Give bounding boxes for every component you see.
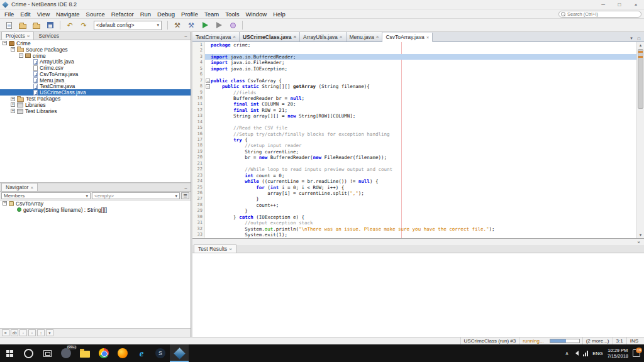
code-line[interactable]: 3import java.io.BufferedReader;	[192, 54, 644, 60]
code-line[interactable]: 5import java.io.IOException;	[192, 66, 644, 72]
code-line[interactable]: 23 int count = 0;	[192, 173, 644, 178]
editor-tab-uscrimeclass-java[interactable]: USCrimeClass.java×	[240, 32, 300, 41]
editor-tab-testcrime-java[interactable]: TestCrime.java×	[192, 32, 240, 41]
cortana-search-button[interactable]	[19, 344, 38, 362]
taskbar-app-badged-button[interactable]: (99+)	[57, 344, 75, 362]
navigator-filter-combo[interactable]: <empty> ▾	[92, 192, 180, 199]
code-line[interactable]: 21	[192, 161, 644, 167]
code-line[interactable]: 24 while ((currentLine = br.readLine()) …	[192, 178, 644, 184]
code-line[interactable]: 27 }	[192, 196, 644, 202]
editor-scrollbar[interactable]: ▲ ▼	[636, 42, 644, 238]
collapse-icon[interactable]: −	[19, 53, 23, 58]
close-icon[interactable]: ×	[233, 34, 236, 40]
code-line[interactable]: 1package crime;	[192, 42, 644, 48]
fold-collapse-icon[interactable]: −	[206, 84, 210, 89]
menu-tools[interactable]: Tools	[222, 9, 242, 18]
close-icon[interactable]: ×	[635, 239, 642, 245]
menu-team[interactable]: Team	[201, 9, 222, 18]
clock[interactable]: 10:29 PM 7/15/2018	[608, 348, 628, 359]
open-project-button[interactable]	[30, 19, 43, 31]
clean-build-project-button[interactable]: ⚒	[185, 19, 197, 31]
code-editor[interactable]: 1package crime;23import java.io.Buffered…	[192, 42, 644, 238]
taskbar-netbeans-button[interactable]	[170, 344, 189, 362]
code-line[interactable]: 16 //Setup try/catch/finally blocks for …	[192, 131, 644, 137]
close-button[interactable]: ×	[628, 0, 644, 9]
editor-tab-menu-java[interactable]: Menu.java×	[347, 32, 383, 41]
search-input[interactable]	[567, 11, 639, 17]
editor-tab-arrayutils-java[interactable]: ArrayUtils.java×	[300, 32, 346, 41]
tray-expand-icon[interactable]: ∧	[565, 351, 569, 356]
code-line[interactable]: 28 count++;	[192, 202, 644, 208]
code-line[interactable]: 8− public static String[][] getArray (St…	[192, 84, 644, 89]
code-line[interactable]: 12 final int ROW = 21;	[192, 107, 644, 113]
menu-navigate[interactable]: Navigate	[53, 9, 83, 18]
status-more-processes[interactable]: (2 more...)	[582, 337, 613, 344]
debug-project-button[interactable]	[213, 19, 225, 31]
expand-icon[interactable]: +	[11, 102, 15, 107]
code-line[interactable]: 31 //output exception stack	[192, 220, 644, 226]
code-line[interactable]: 14	[192, 119, 644, 125]
menu-edit[interactable]: Edit	[17, 9, 33, 18]
project-tree-item[interactable]: −Crime	[0, 40, 191, 47]
close-icon[interactable]: ×	[229, 246, 232, 252]
redo-button[interactable]: ↷	[77, 19, 90, 31]
menu-run[interactable]: Run	[137, 9, 154, 18]
project-tree-item[interactable]: +Test Packages	[0, 96, 191, 102]
language-indicator[interactable]: ENG	[592, 351, 602, 356]
navigator-sort-alpha-icon[interactable]: ≡	[2, 329, 9, 336]
undo-button[interactable]: ↶	[64, 19, 76, 31]
members-combo[interactable]: Members ▾	[1, 192, 91, 199]
volume-icon[interactable]	[573, 351, 579, 356]
scrollbar-thumb[interactable]	[638, 49, 643, 109]
code-line[interactable]: 25 for (int i = 0; i < ROW; i++) {	[192, 185, 644, 190]
expand-icon[interactable]: +	[11, 109, 15, 113]
code-line[interactable]: 18 //setup input reader	[192, 143, 644, 148]
fold-collapse-icon[interactable]: −	[206, 79, 210, 83]
editor-tab-csvtoarray-java[interactable]: CsvToArray.java×	[382, 33, 433, 42]
project-tree-item[interactable]: Menu.java	[0, 77, 191, 84]
minimize-panel-icon[interactable]: −	[182, 185, 189, 191]
close-icon[interactable]: ×	[293, 34, 296, 40]
menu-profile[interactable]: Profile	[178, 9, 201, 18]
code-line[interactable]: 13 String array[][] = new String[ROW][CO…	[192, 113, 644, 119]
menu-view[interactable]: View	[34, 9, 53, 18]
code-line[interactable]: 4import java.io.FileReader;	[192, 60, 644, 65]
scroll-up-icon[interactable]: ▲	[637, 42, 644, 48]
minimize-panel-icon[interactable]: −	[182, 34, 189, 40]
tab-projects[interactable]: Projects ×	[1, 31, 34, 40]
quick-search[interactable]	[558, 11, 641, 18]
code-line[interactable]: 19 String currentLine;	[192, 149, 644, 155]
collapse-icon[interactable]: −	[3, 201, 7, 206]
code-line[interactable]: 15 //Read the CSV file	[192, 125, 644, 131]
code-line[interactable]: 20 br = new BufferedReader(new FileReade…	[192, 155, 644, 160]
tab-list-icon[interactable]: ▾	[628, 35, 635, 41]
config-combo[interactable]: <default config>▾	[94, 21, 162, 30]
project-tree-item[interactable]: TestCrime.java	[0, 84, 191, 90]
navigator-show-static-icon[interactable]: ▫	[28, 329, 36, 336]
navigator-sort-source-icon[interactable]: ab	[11, 329, 18, 336]
code-line[interactable]: 22 //While loop to read inputs preview o…	[192, 167, 644, 172]
close-icon[interactable]: ×	[376, 34, 379, 40]
close-icon[interactable]: ×	[340, 34, 343, 40]
project-tree-item[interactable]: −crime	[0, 53, 191, 59]
taskbar-firefox-button[interactable]	[113, 344, 132, 362]
code-line[interactable]: 7−public class CsvToArray {	[192, 78, 644, 84]
collapse-icon[interactable]: −	[11, 47, 15, 52]
action-center-icon[interactable]: 19	[633, 349, 640, 357]
navigator-show-fields-icon[interactable]: ◦	[19, 329, 27, 336]
maximize-editor-icon[interactable]: □	[636, 36, 642, 41]
profile-project-button[interactable]	[226, 19, 239, 31]
minimize-button[interactable]: ─	[595, 0, 611, 9]
tab-test-results[interactable]: Test Results ×	[194, 244, 236, 253]
code-line[interactable]: 2	[192, 48, 644, 53]
code-line[interactable]: 33 System.exit(1);	[192, 232, 644, 238]
network-icon[interactable]	[583, 351, 588, 356]
code-line[interactable]: 6	[192, 72, 644, 77]
build-project-button[interactable]: ⚒	[171, 19, 184, 31]
menu-window[interactable]: Window	[242, 9, 270, 18]
save-all-button[interactable]	[44, 19, 57, 31]
taskbar-edge-button[interactable]: e	[132, 344, 151, 362]
code-line[interactable]: 10 BufferedReader br = null;	[192, 96, 644, 101]
project-tree-item[interactable]: +Libraries	[0, 102, 191, 108]
taskbar-steam-button[interactable]: S	[151, 344, 170, 362]
